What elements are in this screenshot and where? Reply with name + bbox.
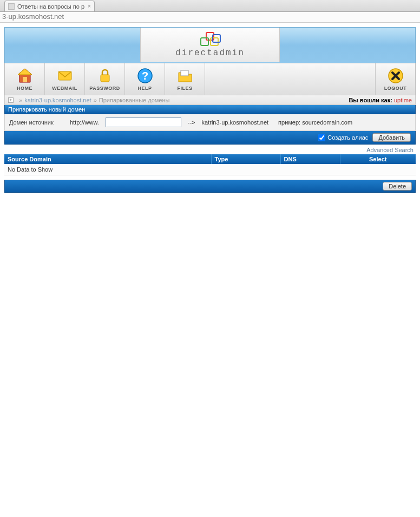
col-dns[interactable]: DNS	[280, 154, 340, 164]
header-banner: directadmin	[4, 27, 416, 63]
example-text: пример: sourcedomain.com	[278, 119, 352, 126]
breadcrumb-domain-link[interactable]: katrin3-up.kosmohost.net	[24, 97, 91, 103]
logged-in-status: Вы вошли как: uptime	[349, 97, 412, 103]
breadcrumb: + » katrin3-up.kosmohost.net » Припарков…	[4, 95, 416, 105]
breadcrumb-sep: »	[19, 97, 22, 103]
home-button[interactable]: HOME	[5, 63, 45, 95]
svg-rect-7	[181, 70, 188, 76]
svg-marker-2	[18, 69, 32, 75]
logo[interactable]: directadmin	[140, 28, 280, 62]
advanced-search-link[interactable]: Advanced Search	[366, 147, 414, 153]
breadcrumb-sep: »	[94, 97, 97, 103]
tab-title: Ответы на вопросы по р	[17, 3, 84, 10]
url-text: 3-up.kosmohost.net	[2, 12, 64, 21]
table-empty-row: No Data to Show	[4, 164, 416, 175]
current-user-link[interactable]: uptime	[394, 97, 412, 103]
no-data-text: No Data to Show	[4, 164, 416, 175]
password-button[interactable]: PASSWORD	[85, 63, 125, 95]
browser-tab[interactable]: Ответы на вопросы по р ×	[4, 1, 95, 11]
delete-button[interactable]: Delete	[383, 182, 412, 191]
logo-text: directadmin	[175, 48, 245, 58]
help-label: HELP	[137, 86, 152, 91]
home-label: HOME	[17, 86, 32, 91]
url-bar[interactable]: 3-up.kosmohost.net	[0, 12, 420, 23]
park-domain-header: Припарковать новый домен	[4, 105, 416, 114]
target-domain: katrin3-up.kosmohost.net	[202, 119, 269, 126]
alias-label-text: Создать алиас	[327, 134, 368, 141]
svg-rect-4	[101, 75, 109, 82]
webmail-button[interactable]: WEBMAIL	[45, 63, 85, 95]
col-type[interactable]: Type	[211, 154, 280, 164]
source-domain-label: Домен источник	[9, 119, 63, 126]
arrow-text: -->	[188, 119, 195, 126]
logged-as-label: Вы вошли как:	[349, 97, 392, 103]
mail-icon	[56, 67, 74, 84]
webmail-label: WEBMAIL	[52, 86, 77, 91]
logout-button[interactable]: LOGOUT	[375, 63, 415, 95]
password-label: PASSWORD	[89, 86, 120, 91]
delete-bar: Delete	[4, 180, 416, 193]
logout-icon	[387, 67, 404, 84]
expand-icon[interactable]: +	[8, 97, 14, 103]
breadcrumb-current: Припаркованные домены	[99, 97, 170, 103]
help-button[interactable]: ? HELP	[125, 63, 165, 95]
svg-text:?: ?	[141, 70, 148, 82]
col-select[interactable]: Select	[340, 154, 416, 164]
alias-checkbox-label[interactable]: Создать алиас	[318, 134, 368, 141]
lock-icon	[96, 67, 114, 84]
browser-tab-bar: Ответы на вопросы по р ×	[0, 0, 420, 12]
favicon-icon	[8, 3, 15, 10]
source-domain-input[interactable]	[106, 117, 181, 127]
files-button[interactable]: FILES	[165, 63, 205, 95]
logo-icon	[200, 32, 220, 47]
svg-rect-1	[23, 77, 27, 82]
col-source-domain[interactable]: Source Domain	[4, 154, 211, 164]
park-domain-form: Домен источник http://www. --> katrin3-u…	[4, 114, 416, 131]
add-button[interactable]: Добавить	[372, 133, 411, 142]
files-icon	[176, 67, 194, 84]
alias-checkbox[interactable]	[318, 134, 325, 141]
park-action-bar: Создать алиас Добавить	[4, 131, 416, 145]
files-label: FILES	[177, 86, 192, 91]
url-prefix: http://www.	[70, 119, 99, 126]
help-icon: ?	[136, 67, 154, 84]
advanced-search-row: Advanced Search	[4, 145, 416, 154]
logout-label: LOGOUT	[384, 86, 407, 91]
main-toolbar: HOME WEBMAIL PASSWORD ? HELP FILES	[4, 63, 416, 95]
home-icon	[16, 67, 34, 84]
close-tab-icon[interactable]: ×	[88, 3, 91, 9]
domains-table: Source Domain Type DNS Select No Data to…	[4, 154, 416, 175]
